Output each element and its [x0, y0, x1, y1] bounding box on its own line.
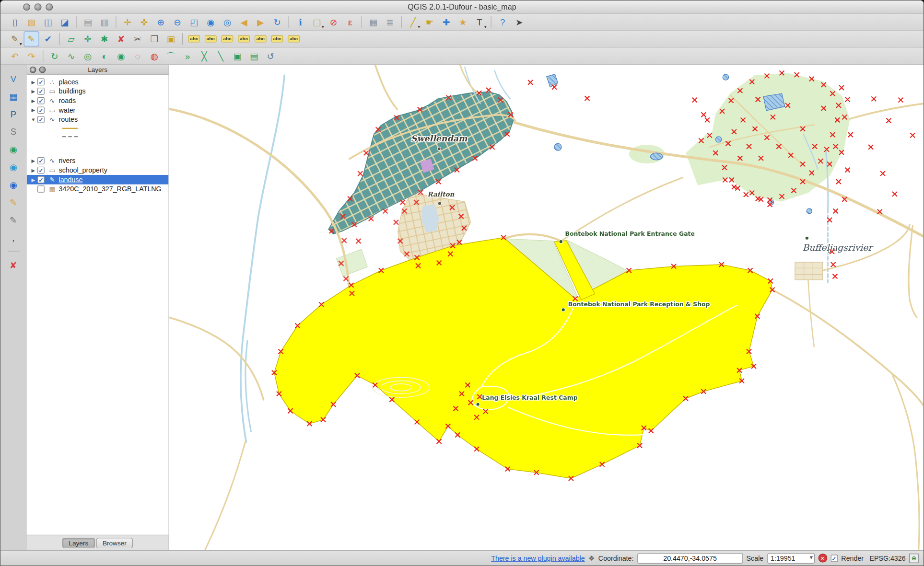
close-window-button[interactable]	[23, 3, 30, 11]
save-layer-edits[interactable]: ✔	[40, 31, 56, 46]
new-project[interactable]: ▯	[7, 14, 23, 29]
add-wfs-layer[interactable]: ◉	[6, 177, 21, 192]
layer-visibility-checkbox[interactable]: ✓	[37, 97, 45, 104]
layer-item-buildings[interactable]: ▶✓▭buildings	[27, 87, 169, 96]
layer-item-routes[interactable]: ▼✓∿routes	[27, 115, 169, 125]
expand-arrow-icon[interactable]: ▶	[29, 168, 37, 173]
layer-item-3420C_2010_327_RGB_LATLNG[interactable]: ▦3420C_2010_327_RGB_LATLNG	[27, 185, 169, 194]
pin-unpin-labels[interactable]: abc	[253, 31, 268, 46]
layer-item-rivers[interactable]: ▶✓∿rivers	[27, 156, 169, 166]
add-part[interactable]: ◐	[97, 48, 112, 64]
plugin-available-link[interactable]: There is a new plugin available	[491, 554, 585, 562]
copy-features[interactable]: ❐	[147, 31, 162, 46]
merge-attributes[interactable]: ▤	[246, 48, 262, 64]
add-delimited-text-layer[interactable]: ,	[6, 230, 21, 245]
zoom-next[interactable]: ▶	[253, 14, 268, 29]
split-parts[interactable]: ╲	[213, 48, 228, 64]
move-label[interactable]: abc	[220, 31, 235, 46]
field-calculator[interactable]: ≣	[382, 14, 398, 29]
split-features[interactable]: ╳	[197, 48, 212, 64]
deselect-features[interactable]: ⊘	[326, 14, 341, 29]
show-bookmarks[interactable]: ★	[455, 14, 470, 29]
merge-features[interactable]: ▣	[230, 48, 245, 64]
layer-visibility-checkbox[interactable]: ✓	[37, 88, 45, 95]
layer-item-roads[interactable]: ▶✓∿roads	[27, 96, 169, 105]
zoom-out[interactable]: ⊖	[170, 14, 185, 29]
layer-item-landuse[interactable]: ▶✓✎landuse	[27, 175, 169, 185]
layer-item-school_property[interactable]: ▶✓▭school_property	[27, 165, 169, 175]
expand-arrow-icon[interactable]: ▶	[29, 98, 37, 104]
delete-ring[interactable]: ◌	[130, 48, 145, 64]
cut-features[interactable]: ✂	[130, 31, 145, 46]
layer-item-water[interactable]: ▶✓▭water	[27, 105, 169, 115]
coordinate-input[interactable]	[637, 553, 743, 563]
new-shapefile-layer[interactable]: ✎	[6, 195, 21, 210]
expand-arrow-icon[interactable]: ▼	[29, 117, 37, 122]
add-wms-layer[interactable]: ◉	[6, 141, 21, 157]
layer-visibility-checkbox[interactable]: ✓	[37, 176, 45, 183]
panel-tab-browser[interactable]: Browser	[96, 537, 133, 548]
reshape-features[interactable]: ⌒	[163, 48, 178, 64]
zoom-full[interactable]: ◰	[187, 14, 202, 29]
add-vector-layer[interactable]: V	[6, 70, 21, 86]
identify-features[interactable]: ℹ	[292, 14, 308, 29]
zoom-to-selection[interactable]: ◉	[203, 14, 218, 29]
save-project-as[interactable]: ◪	[57, 14, 72, 29]
save-project[interactable]: ◫	[40, 14, 56, 29]
layer-visibility-checkbox[interactable]: ✓	[37, 167, 45, 174]
paste-features[interactable]: ▣	[163, 31, 178, 46]
move-feature[interactable]: ✛	[80, 31, 95, 46]
layer-visibility-checkbox[interactable]: ✓	[37, 78, 45, 85]
remove-layer[interactable]: ✘	[6, 257, 21, 273]
zoom-to-layer[interactable]: ◎	[220, 14, 235, 29]
add-spatialite-layer[interactable]: S	[6, 124, 21, 139]
layer-visibility-checkbox[interactable]	[37, 185, 45, 193]
expand-arrow-icon[interactable]: ▶	[29, 177, 37, 182]
pan-map[interactable]: ✛	[120, 14, 135, 29]
text-annotation[interactable]: T▾	[472, 14, 487, 29]
zoom-window-button[interactable]	[46, 3, 53, 11]
new-spatialite-layer[interactable]: ✎	[6, 212, 21, 227]
rotate-point-symbols[interactable]: ↺	[263, 48, 278, 64]
whats-this[interactable]: ➤	[512, 14, 527, 29]
fill-ring[interactable]: ◉	[113, 48, 129, 64]
new-print-composer[interactable]: ▤	[80, 14, 95, 29]
help-contents[interactable]: ?	[495, 14, 510, 29]
composer-manager[interactable]: ▥	[97, 14, 112, 29]
show-hide-labels[interactable]: abc	[269, 31, 285, 46]
crs-status-icon[interactable]: ⊕	[909, 554, 919, 563]
pan-to-selection[interactable]: ✜	[137, 14, 152, 29]
new-bookmark[interactable]: ✚	[439, 14, 454, 29]
add-raster-layer[interactable]: ▦	[6, 88, 21, 104]
labeling[interactable]: abc	[187, 31, 202, 46]
undo[interactable]: ↶	[7, 48, 23, 64]
render-checkbox[interactable]: ✓	[830, 554, 838, 562]
expand-arrow-icon[interactable]: ▶	[29, 79, 37, 84]
scale-combo[interactable]: 1:19951 ▾	[767, 553, 815, 563]
layer-visibility-checkbox[interactable]: ✓	[37, 116, 45, 123]
measure-line[interactable]: ╱▾	[405, 14, 421, 29]
refresh-map[interactable]: ↻	[269, 14, 285, 29]
zoom-in[interactable]: ⊕	[153, 14, 168, 29]
add-postgis-layer[interactable]: P	[6, 106, 21, 121]
simplify-feature[interactable]: ∿	[63, 48, 79, 64]
select-by-expression[interactable]: ε	[342, 14, 358, 29]
toggle-editing[interactable]: ✎	[24, 31, 39, 46]
stop-render-button[interactable]: ✕	[818, 554, 827, 562]
map-canvas[interactable]: SwellendamRailtonBontebok National Park …	[169, 65, 924, 550]
expand-arrow-icon[interactable]: ▶	[29, 158, 37, 163]
zoom-last[interactable]: ◀	[236, 14, 252, 29]
redo[interactable]: ↷	[24, 48, 39, 64]
minimize-window-button[interactable]	[35, 3, 42, 11]
open-attribute-table[interactable]: ▦	[365, 14, 381, 29]
rotate-label[interactable]: abc	[236, 31, 252, 46]
offset-curve[interactable]: »	[180, 48, 195, 64]
layer-item-places[interactable]: ▶✓∴places	[27, 77, 169, 87]
node-tool[interactable]: ✱	[97, 31, 112, 46]
add-ring[interactable]: ◎	[80, 48, 95, 64]
rotate-feature[interactable]: ↻	[47, 48, 62, 64]
highlight-pinned-labels[interactable]: abc	[286, 31, 302, 46]
expand-arrow-icon[interactable]: ▶	[29, 107, 37, 113]
open-project[interactable]: ▨	[24, 14, 39, 29]
select-features[interactable]: ▢▾	[309, 14, 325, 29]
